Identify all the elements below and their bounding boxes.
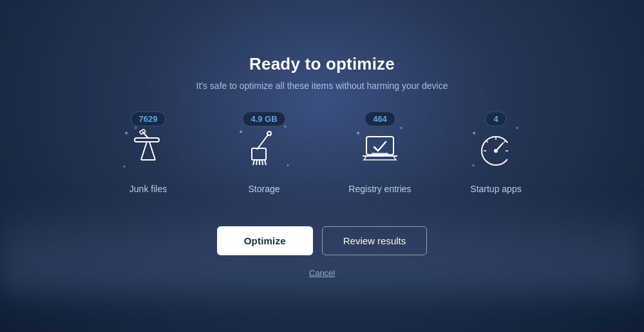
svg-line-6 — [257, 134, 269, 150]
page-subtitle: It's safe to optimize all these items wi… — [109, 81, 535, 91]
svg-line-11 — [262, 160, 263, 165]
sparkle-icon: ✦ — [283, 124, 287, 130]
svg-line-1 — [141, 142, 147, 160]
optimize-button[interactable]: Optimize — [217, 226, 313, 255]
startup-icon — [476, 129, 516, 169]
svg-rect-7 — [252, 148, 266, 160]
svg-rect-14 — [366, 137, 393, 155]
registry-icon-wrapper: 464 ✦ ✦ — [354, 123, 406, 175]
item-startup-apps: 4 ✦ ✦ ✦ Start — [457, 123, 535, 194]
startup-badge: 4 — [485, 112, 506, 126]
svg-line-22 — [504, 141, 506, 142]
registry-icon — [360, 129, 400, 169]
sparkle-icon: ✦ — [124, 130, 129, 137]
items-row: 7629 ✦ ✦ ✦ Junk files — [109, 123, 535, 194]
svg-point-13 — [267, 132, 271, 135]
item-storage: 4.9 GB ✦ ✦ ✦ — [225, 123, 303, 194]
junk-files-badge: 7629 — [131, 112, 166, 126]
storage-label: Storage — [248, 184, 279, 194]
svg-line-21 — [486, 141, 488, 142]
registry-label: Registry entries — [348, 184, 411, 194]
buttons-row: Optimize Review results — [109, 226, 535, 255]
svg-line-9 — [256, 160, 257, 165]
svg-line-8 — [253, 160, 254, 165]
storage-icon-wrapper: 4.9 GB ✦ ✦ ✦ — [238, 123, 290, 175]
junk-files-icon — [128, 129, 168, 169]
startup-label: Startup apps — [470, 184, 521, 194]
item-registry-entries: 464 ✦ ✦ Registry entries — [341, 123, 419, 194]
item-junk-files: 7629 ✦ ✦ ✦ Junk files — [109, 123, 187, 194]
svg-rect-0 — [135, 138, 159, 142]
svg-line-2 — [149, 142, 155, 160]
junk-files-label: Junk files — [129, 184, 167, 194]
sparkle-icon: ✦ — [399, 126, 403, 131]
storage-badge: 4.9 GB — [242, 112, 285, 126]
storage-icon — [244, 129, 284, 169]
review-results-button[interactable]: Review results — [322, 226, 428, 255]
sparkle-icon: ✦ — [471, 163, 475, 168]
main-container: Ready to optimize It's safe to optimize … — [97, 41, 547, 291]
cancel-button[interactable]: Cancel — [309, 268, 335, 278]
sparkle-icon: ✦ — [515, 126, 519, 131]
svg-line-12 — [265, 160, 266, 165]
sparkle-icon: ✦ — [286, 163, 290, 168]
sparkle-icon: ✦ — [471, 130, 477, 137]
page-title: Ready to optimize — [109, 54, 535, 74]
sparkle-icon: ✦ — [122, 164, 126, 170]
sparkle-icon: ✦ — [238, 128, 243, 135]
sparkle-icon: ✦ — [134, 126, 138, 131]
junk-files-icon-wrapper: 7629 ✦ ✦ ✦ — [122, 123, 174, 175]
registry-badge: 464 — [365, 112, 395, 126]
sparkle-icon: ✦ — [355, 130, 361, 137]
svg-point-24 — [494, 149, 498, 153]
startup-icon-wrapper: 4 ✦ ✦ ✦ — [470, 123, 522, 175]
